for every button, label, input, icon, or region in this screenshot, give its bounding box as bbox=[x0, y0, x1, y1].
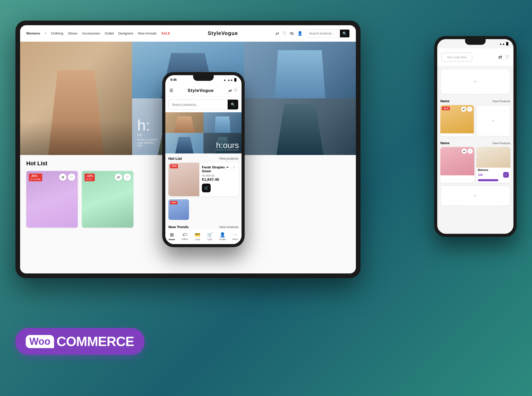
phone2-logo[interactable]: Your Logo Here bbox=[441, 53, 472, 62]
phone2-section1-header: Name View Products bbox=[437, 97, 513, 105]
phone1-view-products[interactable]: View products bbox=[219, 157, 238, 160]
bnav-card[interactable]: 💳 Card bbox=[195, 232, 200, 241]
phone1-product-2-img: -28% bbox=[168, 199, 189, 220]
battery-icon: ▉ bbox=[234, 78, 236, 82]
phone2-product-card-2: ⇄ ♡ bbox=[440, 147, 474, 183]
phone2-section1-title: Name bbox=[440, 99, 449, 103]
phone1-hotlist-header: Hot List View products bbox=[165, 153, 242, 163]
denim-subtitle: DE bbox=[137, 133, 158, 137]
phone1-brand: StyleVogue bbox=[175, 88, 226, 93]
phone1-hero-cell-3 bbox=[165, 133, 203, 153]
phone1-heart-icon[interactable]: ♡ bbox=[234, 88, 237, 93]
compare-icon-1[interactable]: ⇄ bbox=[59, 174, 66, 181]
nav-accessories[interactable]: Accessories bbox=[82, 31, 100, 35]
phone1-search-bar[interactable]: 🔍 bbox=[168, 99, 238, 110]
menu-icon[interactable]: ☰ bbox=[169, 88, 173, 93]
p2-heart-2[interactable]: ♡ bbox=[468, 149, 473, 154]
compare-icon-2[interactable]: ⇄ bbox=[115, 174, 122, 181]
account-icon[interactable]: 👤 bbox=[297, 31, 303, 36]
p2-exchange-icon[interactable]: ⇄ bbox=[498, 54, 502, 60]
desktop-search-button[interactable]: 🔍 bbox=[340, 29, 349, 38]
phone1-exchange-icon[interactable]: ⇄ bbox=[228, 88, 232, 93]
phone2-top-icons: ⇄ ♡ bbox=[498, 54, 509, 60]
phone2-add-product-1[interactable]: + bbox=[476, 105, 510, 136]
hours-denim-text: DENIM OVERLOAD bbox=[216, 149, 239, 151]
wishlist-icon-2[interactable]: ♡ bbox=[124, 174, 131, 181]
denim-text-3: effo bbox=[137, 144, 158, 147]
nav-designers[interactable]: Designers bbox=[118, 31, 133, 35]
exchange-icon[interactable]: ⇄ bbox=[276, 31, 279, 36]
phone1-search-button[interactable]: 🔍 bbox=[228, 100, 238, 109]
p2-battery-icon: ▉ bbox=[506, 42, 508, 46]
nav-shoes[interactable]: Shoes bbox=[68, 31, 78, 35]
bnav-profile-label: Profile bbox=[219, 238, 226, 241]
bnav-profile[interactable]: 👤 Profile bbox=[219, 232, 226, 241]
phone2-progress-bar-3 bbox=[478, 179, 498, 181]
phone2-price-3: 100 bbox=[478, 173, 483, 176]
phone2-add-cart-3[interactable]: 🛒 bbox=[503, 172, 509, 178]
phone1-notch bbox=[193, 75, 214, 81]
phone1-add-cart-btn[interactable]: 🛒 bbox=[202, 184, 211, 192]
phone1-trends-view[interactable]: View products bbox=[219, 225, 238, 228]
phone2-card-icons-2: ⇄ ♡ bbox=[462, 149, 473, 154]
wishlist-icon-1[interactable]: ♡ bbox=[68, 174, 75, 181]
phone2-notch bbox=[465, 39, 486, 45]
nav-sale[interactable]: SALE bbox=[161, 31, 170, 35]
wishlist-icon[interactable]: ♡ bbox=[282, 31, 286, 36]
nav-new-arrivals[interactable]: New Arrivals bbox=[138, 31, 157, 35]
phone2-add-product-bottom[interactable]: + bbox=[440, 185, 510, 206]
p2-heart-icon[interactable]: ♡ bbox=[505, 54, 509, 60]
phone2-screen: ▲▲ ▉ Your Logo Here ⇄ ♡ + Name View Prod… bbox=[437, 39, 513, 234]
phone2-device: ▲▲ ▉ Your Logo Here ⇄ ♡ + Name View Prod… bbox=[434, 36, 517, 237]
phone1-hero: h:ours DENIM OVERLOAD bbox=[165, 112, 242, 153]
profile-icon: 👤 bbox=[220, 232, 225, 238]
phone2-section1-view[interactable]: View Products bbox=[492, 100, 510, 103]
nav-womens[interactable]: Womens bbox=[26, 31, 40, 35]
phone1-product-wide: -25% ⇄ ♡ Farah Strapless Gown €2,309.32 … bbox=[168, 163, 238, 196]
nav-clothing[interactable]: Clothing bbox=[51, 31, 63, 35]
phone2-section2-view[interactable]: View Products bbox=[492, 142, 510, 145]
phone2-add-section[interactable]: + bbox=[440, 69, 510, 94]
desktop-search-bar[interactable]: 🔍 bbox=[306, 29, 350, 38]
bnav-menu[interactable]: ··· Menu bbox=[233, 232, 238, 240]
denim-text-1: Denim is getting bbox=[137, 138, 158, 141]
phone1-price-new: €1,847.46 bbox=[202, 177, 236, 182]
denim-overlay: h: DE Denim is getting edgy detailing ef… bbox=[137, 118, 158, 147]
phone1-second-product-preview: -28% bbox=[168, 199, 238, 220]
card-icons-2: ⇄ ♡ bbox=[115, 174, 131, 181]
phone1-bottom-nav: ⊞ Home 🏷 Offers 💳 Card 🛒 Cart 👤 Profile … bbox=[165, 228, 242, 244]
nav-outlet[interactable]: Outlet bbox=[105, 31, 114, 35]
nav-links-left: Womens ▾ Clothing Shoes Accessories Outl… bbox=[26, 31, 170, 35]
phone2-top-bar: Your Logo Here ⇄ ♡ bbox=[437, 48, 513, 66]
p2-compare-2[interactable]: ⇄ bbox=[462, 149, 467, 154]
phone1-device: 9:45 ▲ ▲▲ ▉ ☰ StyleVogue ⇄ ♡ 🔍 bbox=[162, 72, 245, 247]
phone2-section2-header: Name View Products bbox=[437, 139, 513, 147]
desktop-nav-icons: ⇄ ♡ 🛍 👤 🔍 bbox=[276, 29, 350, 38]
phone1-search-input[interactable] bbox=[169, 101, 228, 109]
phone2-card-icons-1: ⇄ ♡ bbox=[461, 107, 472, 112]
p2-heart-1[interactable]: ♡ bbox=[467, 107, 472, 112]
bnav-cart-label: Cart bbox=[208, 238, 212, 241]
phone2-product-img-3 bbox=[476, 147, 510, 168]
more-icon: ··· bbox=[233, 232, 237, 237]
phone1-sale-badge-2: -28% bbox=[170, 201, 177, 204]
phone1-compare-icon[interactable]: ⇄ bbox=[225, 164, 230, 170]
woo-bubble-text: Woo bbox=[26, 335, 54, 348]
home-icon: ⊞ bbox=[170, 232, 174, 238]
p2-compare-1[interactable]: ⇄ bbox=[461, 107, 466, 112]
bnav-offers[interactable]: 🏷 Offers bbox=[182, 232, 188, 240]
bag-icon[interactable]: 🛍 bbox=[290, 31, 294, 36]
phone1-screen: 9:45 ▲ ▲▲ ▉ ☰ StyleVogue ⇄ ♡ 🔍 bbox=[165, 75, 242, 244]
offers-icon: 🏷 bbox=[183, 232, 187, 237]
hero-cell-5 bbox=[244, 98, 356, 155]
phone1-heart-icon-card[interactable]: ♡ bbox=[231, 164, 237, 170]
phone1-nav: ☰ StyleVogue ⇄ ♡ bbox=[165, 84, 242, 97]
bnav-home[interactable]: ⊞ Home bbox=[169, 232, 175, 241]
bnav-cart[interactable]: 🛒 Cart bbox=[207, 232, 213, 241]
p2-signal-icon: ▲▲ bbox=[499, 42, 505, 45]
hours-overlay: h:ours DENIM OVERLOAD bbox=[216, 142, 239, 151]
phone2-product-name-3: Behrens bbox=[476, 168, 510, 172]
phone1-hotlist-title: Hot List bbox=[168, 157, 182, 161]
phone1-status-right: ▲ ▲▲ ▉ bbox=[223, 78, 236, 82]
desktop-search-input[interactable] bbox=[306, 31, 340, 36]
